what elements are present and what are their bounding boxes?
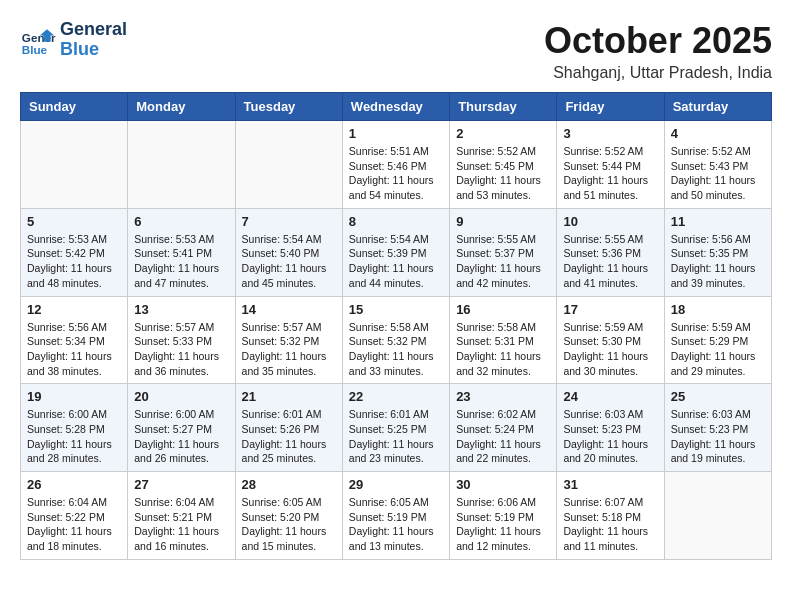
day-number: 17 (563, 302, 657, 317)
cell-info: Sunrise: 6:04 AM Sunset: 5:22 PM Dayligh… (27, 495, 121, 554)
calendar-week-row: 5Sunrise: 5:53 AM Sunset: 5:42 PM Daylig… (21, 208, 772, 296)
calendar-cell: 21Sunrise: 6:01 AM Sunset: 5:26 PM Dayli… (235, 384, 342, 472)
day-number: 4 (671, 126, 765, 141)
calendar-cell: 25Sunrise: 6:03 AM Sunset: 5:23 PM Dayli… (664, 384, 771, 472)
day-number: 21 (242, 389, 336, 404)
cell-info: Sunrise: 5:52 AM Sunset: 5:44 PM Dayligh… (563, 144, 657, 203)
calendar-cell: 29Sunrise: 6:05 AM Sunset: 5:19 PM Dayli… (342, 472, 449, 560)
title-block: October 2025 Shahganj, Uttar Pradesh, In… (544, 20, 772, 82)
day-number: 24 (563, 389, 657, 404)
day-number: 25 (671, 389, 765, 404)
logo-line1: General (60, 20, 127, 40)
cell-info: Sunrise: 5:53 AM Sunset: 5:42 PM Dayligh… (27, 232, 121, 291)
calendar-cell: 23Sunrise: 6:02 AM Sunset: 5:24 PM Dayli… (450, 384, 557, 472)
weekday-header-thursday: Thursday (450, 93, 557, 121)
calendar-cell: 20Sunrise: 6:00 AM Sunset: 5:27 PM Dayli… (128, 384, 235, 472)
calendar-cell: 31Sunrise: 6:07 AM Sunset: 5:18 PM Dayli… (557, 472, 664, 560)
cell-info: Sunrise: 6:05 AM Sunset: 5:20 PM Dayligh… (242, 495, 336, 554)
day-number: 13 (134, 302, 228, 317)
day-number: 19 (27, 389, 121, 404)
cell-info: Sunrise: 5:53 AM Sunset: 5:41 PM Dayligh… (134, 232, 228, 291)
cell-info: Sunrise: 5:58 AM Sunset: 5:32 PM Dayligh… (349, 320, 443, 379)
cell-info: Sunrise: 6:00 AM Sunset: 5:27 PM Dayligh… (134, 407, 228, 466)
day-number: 29 (349, 477, 443, 492)
cell-info: Sunrise: 6:07 AM Sunset: 5:18 PM Dayligh… (563, 495, 657, 554)
cell-info: Sunrise: 6:01 AM Sunset: 5:26 PM Dayligh… (242, 407, 336, 466)
calendar-cell: 17Sunrise: 5:59 AM Sunset: 5:30 PM Dayli… (557, 296, 664, 384)
month-title: October 2025 (544, 20, 772, 62)
calendar-cell: 7Sunrise: 5:54 AM Sunset: 5:40 PM Daylig… (235, 208, 342, 296)
location-subtitle: Shahganj, Uttar Pradesh, India (544, 64, 772, 82)
cell-info: Sunrise: 5:55 AM Sunset: 5:36 PM Dayligh… (563, 232, 657, 291)
day-number: 11 (671, 214, 765, 229)
calendar-cell: 3Sunrise: 5:52 AM Sunset: 5:44 PM Daylig… (557, 121, 664, 209)
weekday-header-friday: Friday (557, 93, 664, 121)
weekday-header-sunday: Sunday (21, 93, 128, 121)
weekday-header-monday: Monday (128, 93, 235, 121)
calendar-cell (21, 121, 128, 209)
calendar-cell (128, 121, 235, 209)
cell-info: Sunrise: 5:59 AM Sunset: 5:29 PM Dayligh… (671, 320, 765, 379)
day-number: 20 (134, 389, 228, 404)
calendar-week-row: 19Sunrise: 6:00 AM Sunset: 5:28 PM Dayli… (21, 384, 772, 472)
day-number: 31 (563, 477, 657, 492)
calendar-cell: 11Sunrise: 5:56 AM Sunset: 5:35 PM Dayli… (664, 208, 771, 296)
calendar-cell: 1Sunrise: 5:51 AM Sunset: 5:46 PM Daylig… (342, 121, 449, 209)
calendar-cell: 9Sunrise: 5:55 AM Sunset: 5:37 PM Daylig… (450, 208, 557, 296)
day-number: 22 (349, 389, 443, 404)
day-number: 16 (456, 302, 550, 317)
cell-info: Sunrise: 5:52 AM Sunset: 5:43 PM Dayligh… (671, 144, 765, 203)
calendar-cell: 8Sunrise: 5:54 AM Sunset: 5:39 PM Daylig… (342, 208, 449, 296)
cell-info: Sunrise: 5:58 AM Sunset: 5:31 PM Dayligh… (456, 320, 550, 379)
calendar-cell: 18Sunrise: 5:59 AM Sunset: 5:29 PM Dayli… (664, 296, 771, 384)
day-number: 6 (134, 214, 228, 229)
calendar-cell: 2Sunrise: 5:52 AM Sunset: 5:45 PM Daylig… (450, 121, 557, 209)
day-number: 10 (563, 214, 657, 229)
cell-info: Sunrise: 5:51 AM Sunset: 5:46 PM Dayligh… (349, 144, 443, 203)
calendar-week-row: 1Sunrise: 5:51 AM Sunset: 5:46 PM Daylig… (21, 121, 772, 209)
cell-info: Sunrise: 6:00 AM Sunset: 5:28 PM Dayligh… (27, 407, 121, 466)
calendar-cell: 4Sunrise: 5:52 AM Sunset: 5:43 PM Daylig… (664, 121, 771, 209)
cell-info: Sunrise: 5:55 AM Sunset: 5:37 PM Dayligh… (456, 232, 550, 291)
day-number: 7 (242, 214, 336, 229)
cell-info: Sunrise: 6:01 AM Sunset: 5:25 PM Dayligh… (349, 407, 443, 466)
weekday-header-saturday: Saturday (664, 93, 771, 121)
cell-info: Sunrise: 6:06 AM Sunset: 5:19 PM Dayligh… (456, 495, 550, 554)
cell-info: Sunrise: 6:03 AM Sunset: 5:23 PM Dayligh… (671, 407, 765, 466)
weekday-header-tuesday: Tuesday (235, 93, 342, 121)
logo: General Blue General Blue (20, 20, 127, 60)
day-number: 30 (456, 477, 550, 492)
cell-info: Sunrise: 5:56 AM Sunset: 5:34 PM Dayligh… (27, 320, 121, 379)
day-number: 9 (456, 214, 550, 229)
day-number: 5 (27, 214, 121, 229)
calendar-cell: 30Sunrise: 6:06 AM Sunset: 5:19 PM Dayli… (450, 472, 557, 560)
calendar-cell: 10Sunrise: 5:55 AM Sunset: 5:36 PM Dayli… (557, 208, 664, 296)
calendar-week-row: 26Sunrise: 6:04 AM Sunset: 5:22 PM Dayli… (21, 472, 772, 560)
day-number: 18 (671, 302, 765, 317)
weekday-header-wednesday: Wednesday (342, 93, 449, 121)
calendar-table: SundayMondayTuesdayWednesdayThursdayFrid… (20, 92, 772, 560)
day-number: 15 (349, 302, 443, 317)
calendar-cell: 15Sunrise: 5:58 AM Sunset: 5:32 PM Dayli… (342, 296, 449, 384)
cell-info: Sunrise: 6:05 AM Sunset: 5:19 PM Dayligh… (349, 495, 443, 554)
svg-text:Blue: Blue (22, 42, 48, 55)
day-number: 3 (563, 126, 657, 141)
calendar-cell: 19Sunrise: 6:00 AM Sunset: 5:28 PM Dayli… (21, 384, 128, 472)
logo-text: General Blue (60, 20, 127, 60)
cell-info: Sunrise: 6:04 AM Sunset: 5:21 PM Dayligh… (134, 495, 228, 554)
cell-info: Sunrise: 6:03 AM Sunset: 5:23 PM Dayligh… (563, 407, 657, 466)
calendar-week-row: 12Sunrise: 5:56 AM Sunset: 5:34 PM Dayli… (21, 296, 772, 384)
day-number: 12 (27, 302, 121, 317)
logo-icon: General Blue (20, 22, 56, 58)
cell-info: Sunrise: 5:52 AM Sunset: 5:45 PM Dayligh… (456, 144, 550, 203)
logo-line2: Blue (60, 40, 127, 60)
cell-info: Sunrise: 5:56 AM Sunset: 5:35 PM Dayligh… (671, 232, 765, 291)
calendar-cell: 28Sunrise: 6:05 AM Sunset: 5:20 PM Dayli… (235, 472, 342, 560)
day-number: 2 (456, 126, 550, 141)
calendar-cell: 14Sunrise: 5:57 AM Sunset: 5:32 PM Dayli… (235, 296, 342, 384)
cell-info: Sunrise: 5:57 AM Sunset: 5:33 PM Dayligh… (134, 320, 228, 379)
weekday-header-row: SundayMondayTuesdayWednesdayThursdayFrid… (21, 93, 772, 121)
calendar-cell (664, 472, 771, 560)
calendar-cell (235, 121, 342, 209)
calendar-cell: 22Sunrise: 6:01 AM Sunset: 5:25 PM Dayli… (342, 384, 449, 472)
